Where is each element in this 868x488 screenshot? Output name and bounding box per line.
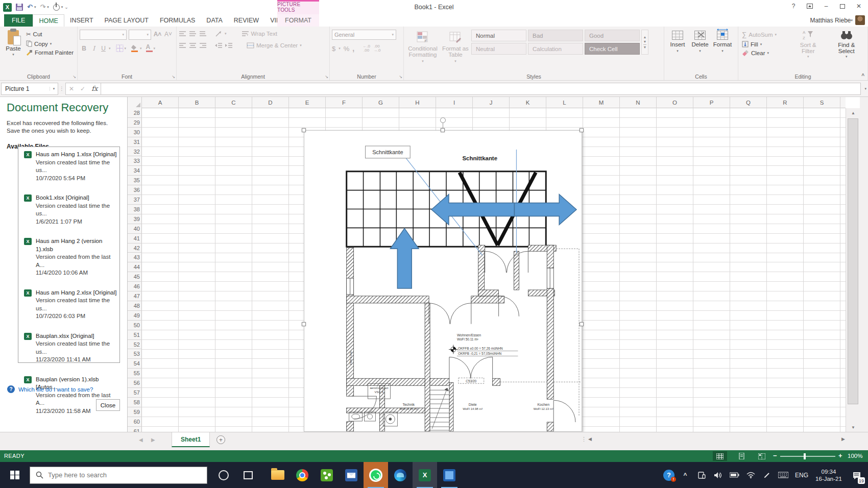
row-header-40[interactable]: 40: [128, 224, 142, 234]
align-middle-icon[interactable]: [189, 31, 197, 37]
font-name-select[interactable]: ▾: [80, 30, 127, 40]
formula-input[interactable]: [101, 83, 861, 95]
search-input[interactable]: [48, 471, 191, 479]
decrease-decimal-icon[interactable]: .00→.0: [373, 44, 381, 53]
merge-center-button[interactable]: Merge & Center▾: [245, 42, 303, 49]
column-header-L[interactable]: L: [546, 97, 583, 108]
zoom-in-button[interactable]: +: [838, 452, 842, 459]
italic-button[interactable]: I: [89, 44, 98, 53]
conditional-formatting-button[interactable]: ≠ Conditional Formatting▾: [406, 28, 440, 72]
column-header-J[interactable]: J: [473, 97, 510, 108]
sort-filter-button[interactable]: AZ Sort & Filter▾: [791, 28, 825, 72]
underline-button[interactable]: U: [99, 44, 108, 53]
row-header-57[interactable]: 57: [128, 388, 142, 398]
style-good[interactable]: Good: [585, 30, 640, 41]
file-explorer-button[interactable]: [266, 462, 290, 488]
clear-button[interactable]: Clear▾: [740, 50, 789, 57]
row-header-45[interactable]: 45: [128, 272, 142, 282]
column-header-P[interactable]: P: [693, 97, 730, 108]
fill-button[interactable]: Fill▾: [740, 40, 789, 48]
row-header-33[interactable]: 33: [128, 157, 142, 166]
column-header-N[interactable]: N: [620, 97, 657, 108]
row-header-29[interactable]: 29: [128, 118, 142, 128]
recovery-file-item[interactable]: XBook1.xlsx [Original]Version created la…: [18, 194, 119, 226]
resize-handle-top-center[interactable]: [441, 128, 445, 132]
row-header-59[interactable]: 59: [128, 407, 142, 417]
column-header-I[interactable]: I: [436, 97, 473, 108]
zoom-slider[interactable]: [780, 456, 835, 457]
percent-icon[interactable]: %: [344, 45, 350, 53]
column-header-O[interactable]: O: [657, 97, 693, 108]
tab-format[interactable]: FORMAT: [277, 14, 319, 27]
zoom-level[interactable]: 100%: [848, 453, 862, 459]
recovery-help-link[interactable]: ? Which file do I want to save?: [7, 385, 93, 393]
row-header-32[interactable]: 32: [128, 147, 142, 157]
align-right-icon[interactable]: [199, 42, 207, 48]
language-indicator[interactable]: ENG: [791, 472, 812, 479]
floorplan-picture[interactable]: Schnittkante Schnittkante Wohnen/Essen W…: [304, 130, 582, 432]
ribbon-display-button[interactable]: [803, 1, 817, 11]
cut-button[interactable]: ✂Cut: [25, 30, 75, 38]
increase-indent-icon[interactable]: [225, 42, 233, 48]
row-header-49[interactable]: 49: [128, 311, 142, 321]
format-as-table-button[interactable]: Format as Table▾: [440, 28, 471, 72]
column-header-H[interactable]: H: [399, 97, 436, 108]
page-break-view-button[interactable]: [755, 451, 769, 461]
style-calculation[interactable]: Calculation: [528, 43, 583, 55]
column-header-G[interactable]: G: [363, 97, 399, 108]
row-header-37[interactable]: 37: [128, 195, 142, 205]
notification-center-button[interactable]: 19: [846, 462, 868, 488]
recovery-file-item[interactable]: XHaus am Hang 2 (version 1).xlsbVersion …: [18, 237, 119, 277]
number-dialog-launcher[interactable]: ↘: [399, 75, 402, 79]
row-header-61[interactable]: 61: [128, 427, 142, 432]
confirm-entry-icon[interactable]: ✓: [80, 85, 85, 92]
zoom-slider-thumb[interactable]: [804, 453, 806, 459]
column-header-S[interactable]: S: [804, 97, 840, 108]
alignment-dialog-launcher[interactable]: ↘: [325, 75, 328, 79]
get-help-button[interactable]: ?: [661, 462, 677, 488]
autosum-button[interactable]: ∑AutoSum▾: [740, 30, 789, 39]
collapse-ribbon-icon[interactable]: ^: [861, 73, 864, 79]
wrap-text-button[interactable]: Wrap Text: [240, 30, 279, 37]
find-select-button[interactable]: Find & Select▾: [828, 28, 866, 72]
normal-view-button[interactable]: [713, 451, 727, 461]
row-header-35[interactable]: 35: [128, 176, 142, 185]
row-header-28[interactable]: 28: [128, 108, 142, 118]
touch-keyboard-button[interactable]: [775, 462, 791, 488]
clipboard-dialog-launcher[interactable]: ↘: [73, 75, 76, 79]
row-header-30[interactable]: 30: [128, 128, 142, 137]
row-header-53[interactable]: 53: [128, 350, 142, 359]
name-box[interactable]: Picture 1 ▾: [1, 83, 58, 95]
recovery-file-item[interactable]: XBauplan.xlsx [Original]Version created …: [18, 332, 119, 364]
zoom-out-button[interactable]: −: [773, 452, 777, 459]
align-left-icon[interactable]: [179, 42, 186, 48]
row-header-51[interactable]: 51: [128, 330, 142, 340]
vertical-scroll-thumb[interactable]: [848, 118, 858, 404]
row-header-60[interactable]: 60: [128, 417, 142, 427]
horizontal-scrollbar[interactable]: [597, 435, 837, 445]
column-header-A[interactable]: A: [142, 97, 179, 108]
help-button[interactable]: ?: [786, 1, 801, 11]
decrease-font-icon[interactable]: A˅: [164, 30, 173, 38]
row-header-52[interactable]: 52: [128, 340, 142, 350]
network-button[interactable]: [742, 462, 759, 488]
orientation-icon[interactable]: [215, 31, 222, 37]
row-header-58[interactable]: 58: [128, 398, 142, 407]
format-cells-button[interactable]: Format▾: [711, 28, 734, 72]
column-header-M[interactable]: M: [583, 97, 620, 108]
recovery-close-button[interactable]: Close: [96, 399, 120, 411]
number-format-select[interactable]: General▾: [332, 30, 396, 40]
cancel-entry-icon[interactable]: ✕: [69, 85, 74, 92]
edge-button[interactable]: [388, 462, 413, 488]
hscroll-right-icon[interactable]: ▶: [841, 436, 845, 442]
resize-handle-mid-left[interactable]: [302, 322, 306, 326]
taskbar-search[interactable]: [30, 467, 207, 484]
recovery-file-item[interactable]: XHaus am Hang 1.xlsx [Original]Version c…: [18, 151, 119, 182]
resize-handle-top-left[interactable]: [302, 128, 306, 132]
pen-button[interactable]: [759, 462, 775, 488]
row-header-38[interactable]: 38: [128, 205, 142, 214]
paste-button[interactable]: Paste ▾: [2, 28, 25, 71]
row-header-46[interactable]: 46: [128, 282, 142, 291]
chrome-button[interactable]: [290, 462, 315, 488]
row-header-54[interactable]: 54: [128, 359, 142, 369]
